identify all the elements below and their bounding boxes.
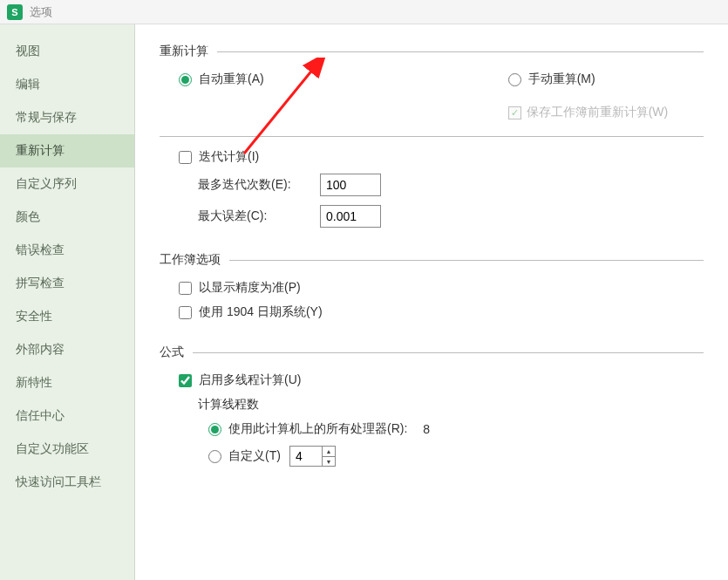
radio-manual-recalc[interactable]: 手动重算(M) (508, 72, 669, 87)
checkbox-1904[interactable]: 使用 1904 日期系统(Y) (179, 304, 704, 320)
divider (160, 136, 704, 137)
window-title: 选项 (30, 4, 52, 20)
sidebar-item-trust-center[interactable]: 信任中心 (0, 399, 134, 433)
spinner-up-icon[interactable]: ▲ (323, 447, 335, 457)
sidebar-item-customize-ribbon[interactable]: 自定义功能区 (0, 433, 134, 466)
checkbox-multithread[interactable]: 启用多线程计算(U) (179, 372, 704, 388)
checkbox-precision[interactable]: 以显示精度为准(P) (179, 280, 704, 296)
radio-all-procs-label: 使用此计算机上的所有处理器(R): (228, 421, 407, 437)
content-pane: 重新计算 自动重算(A) 手动重算(M) ✓ 保存工作簿前重新计算(W) (135, 24, 728, 580)
radio-custom-threads[interactable]: 自定义(T) (208, 448, 281, 464)
sidebar-item-external-content[interactable]: 外部内容 (0, 333, 134, 366)
sidebar-item-security[interactable]: 安全性 (0, 300, 134, 333)
max-iter-label: 最多迭代次数(E): (198, 177, 311, 193)
checkbox-precision-label: 以显示精度为准(P) (199, 280, 301, 296)
radio-custom-threads-label: 自定义(T) (228, 448, 281, 464)
radio-manual-recalc-input[interactable] (508, 73, 521, 86)
checkbox-iterative-input[interactable] (179, 151, 192, 164)
sidebar: 视图 编辑 常规与保存 重新计算 自定义序列 颜色 错误检查 拼写检查 安全性 … (0, 24, 135, 580)
thread-count-title: 计算线程数 (198, 397, 704, 413)
app-icon: S (7, 4, 23, 20)
divider (193, 352, 704, 353)
radio-custom-threads-input[interactable] (208, 450, 221, 463)
checkbox-multithread-input[interactable] (179, 374, 192, 387)
sidebar-item-view[interactable]: 视图 (0, 35, 134, 68)
sidebar-item-error-check[interactable]: 错误检查 (0, 234, 134, 267)
radio-all-procs[interactable]: 使用此计算机上的所有处理器(R): (208, 421, 407, 437)
radio-auto-recalc-label: 自动重算(A) (199, 72, 264, 87)
save-before-recalc-label: 保存工作簿前重新计算(W) (527, 105, 669, 120)
checkbox-1904-input[interactable] (179, 306, 192, 319)
radio-auto-recalc-input[interactable] (179, 73, 192, 86)
section-title-formula: 公式 (160, 345, 184, 360)
divider (217, 51, 704, 52)
sidebar-item-custom-list[interactable]: 自定义序列 (0, 167, 134, 201)
sidebar-item-edit[interactable]: 编辑 (0, 68, 134, 101)
max-change-label: 最大误差(C): (198, 208, 311, 224)
sidebar-item-general-save[interactable]: 常规与保存 (0, 101, 134, 134)
custom-thread-spinner[interactable]: ▲ ▼ (289, 446, 336, 467)
custom-thread-input[interactable] (290, 447, 322, 466)
max-iter-input[interactable] (320, 174, 381, 196)
sidebar-item-color[interactable]: 颜色 (0, 201, 134, 234)
sidebar-item-quick-access[interactable]: 快速访问工具栏 (0, 466, 134, 499)
radio-auto-recalc[interactable]: 自动重算(A) (179, 72, 264, 87)
checkbox-multithread-label: 启用多线程计算(U) (199, 372, 301, 388)
checkbox-1904-label: 使用 1904 日期系统(Y) (199, 304, 323, 320)
proc-count-value: 8 (423, 422, 430, 436)
divider (229, 260, 704, 261)
radio-manual-recalc-label: 手动重算(M) (528, 72, 595, 87)
sidebar-item-new-features[interactable]: 新特性 (0, 366, 134, 399)
radio-all-procs-input[interactable] (208, 423, 221, 436)
section-title-recalc: 重新计算 (160, 44, 208, 59)
spinner-down-icon[interactable]: ▼ (323, 457, 335, 467)
checkbox-iterative-label: 迭代计算(I) (199, 149, 259, 165)
sidebar-item-spell-check[interactable]: 拼写检查 (0, 267, 134, 300)
checkbox-iterative[interactable]: 迭代计算(I) (179, 149, 704, 165)
titlebar: S 选项 (0, 0, 728, 24)
sidebar-item-recalculate[interactable]: 重新计算 (0, 134, 134, 167)
save-before-recalc: ✓ 保存工作簿前重新计算(W) (508, 105, 669, 120)
check-icon: ✓ (508, 106, 521, 119)
section-title-workbook: 工作簿选项 (160, 252, 221, 268)
max-change-input[interactable] (320, 205, 381, 228)
checkbox-precision-input[interactable] (179, 282, 192, 295)
